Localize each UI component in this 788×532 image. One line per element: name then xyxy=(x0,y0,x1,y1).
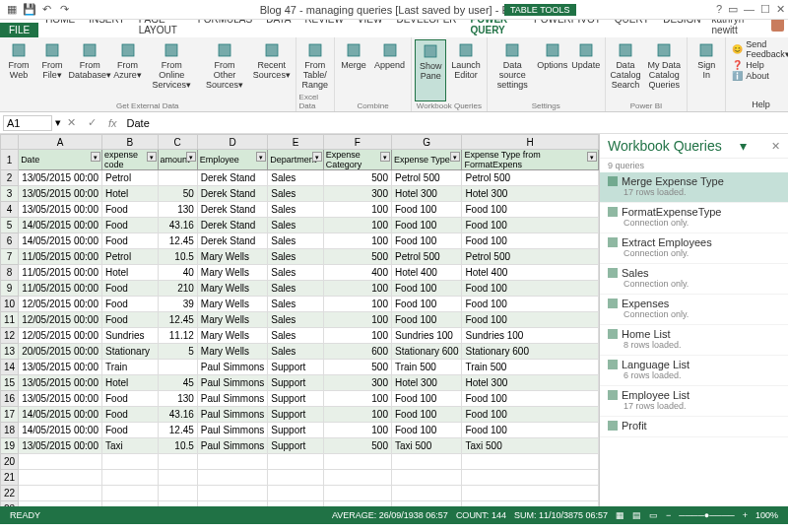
cell[interactable]: Food 100 xyxy=(462,407,599,423)
row-header-14[interactable]: 14 xyxy=(1,360,19,375)
cell[interactable]: Derek Stand xyxy=(197,186,267,202)
cell[interactable]: Petrol 500 xyxy=(391,170,462,186)
col-header-H[interactable]: H xyxy=(462,135,599,150)
cell[interactable]: Food xyxy=(101,218,158,233)
cell[interactable]: Petrol 500 xyxy=(462,170,599,186)
col-header-B[interactable]: B xyxy=(101,135,158,150)
cell[interactable]: Paul Simmons xyxy=(197,407,267,423)
cell[interactable]: Derek Stand xyxy=(197,233,267,249)
cell[interactable]: Food 100 xyxy=(462,423,599,438)
table-header[interactable]: Employee▾ xyxy=(197,150,267,170)
filter-dropdown-icon[interactable]: ▾ xyxy=(312,152,322,162)
cell[interactable]: Food xyxy=(101,233,158,249)
cell[interactable]: Petrol xyxy=(101,170,158,186)
cell[interactable]: Food 100 xyxy=(391,281,462,297)
cell[interactable]: Paul Simmons xyxy=(197,375,267,391)
cancel-icon[interactable]: ✕ xyxy=(61,116,82,129)
cell[interactable]: 14/05/2015 00:00 xyxy=(19,218,102,233)
view-normal-icon[interactable]: ▦ xyxy=(616,510,624,520)
cell[interactable]: Food xyxy=(101,391,158,407)
query-item-sales[interactable]: SalesConnection only. xyxy=(600,264,788,295)
cell[interactable]: 10.5 xyxy=(158,249,197,265)
cell[interactable]: 100 xyxy=(323,328,391,344)
query-item-merge-expense-type[interactable]: Merge Expense Type17 rows loaded. xyxy=(600,172,788,203)
query-item-home-list[interactable]: Home List8 rows loaded. xyxy=(600,325,788,356)
cell[interactable]: Train xyxy=(101,360,158,375)
cell[interactable]: 45 xyxy=(158,375,197,391)
cell[interactable]: 300 xyxy=(323,186,391,202)
from-web-button[interactable]: From Web xyxy=(3,39,34,101)
row-header-1[interactable]: 1 xyxy=(1,150,19,170)
cell[interactable]: 100 xyxy=(323,281,391,297)
col-header-D[interactable]: D xyxy=(197,135,267,150)
cell[interactable]: Food xyxy=(101,423,158,438)
cell[interactable]: 100 xyxy=(323,218,391,233)
cell[interactable]: Stationary xyxy=(101,344,158,360)
cell[interactable]: 11/05/2015 00:00 xyxy=(19,265,102,281)
query-item-profit[interactable]: Profit xyxy=(600,417,788,437)
cell[interactable]: 100 xyxy=(323,391,391,407)
cell[interactable]: Sales xyxy=(268,297,324,312)
cell[interactable]: Support xyxy=(268,423,324,438)
cell[interactable]: Support xyxy=(268,407,324,423)
query-item-employee-list[interactable]: Employee List17 rows loaded. xyxy=(600,386,788,417)
cell[interactable]: 100 xyxy=(323,312,391,328)
cell[interactable]: Stationary 600 xyxy=(391,344,462,360)
cell[interactable]: Paul Simmons xyxy=(197,391,267,407)
cell[interactable]: 500 xyxy=(323,438,391,454)
cell[interactable]: 100 xyxy=(323,297,391,312)
ribbon-display-icon[interactable]: ▭ xyxy=(728,3,738,16)
cell[interactable]: Food xyxy=(101,407,158,423)
cell[interactable]: Paul Simmons xyxy=(197,360,267,375)
filter-dropdown-icon[interactable]: ▾ xyxy=(450,152,460,162)
col-header-E[interactable]: E xyxy=(268,135,324,150)
row-header-23[interactable]: 23 xyxy=(1,501,19,507)
from-file-button[interactable]: From File▾ xyxy=(36,39,68,101)
row-header-4[interactable]: 4 xyxy=(1,202,19,218)
cell[interactable]: Sales xyxy=(268,186,324,202)
cell[interactable]: Sales xyxy=(268,312,324,328)
query-item-expenses[interactable]: ExpensesConnection only. xyxy=(600,295,788,325)
cell[interactable]: Mary Wells xyxy=(197,297,267,312)
filter-dropdown-icon[interactable]: ▾ xyxy=(380,152,390,162)
sign-in-button[interactable]: Sign In xyxy=(690,39,722,101)
cell[interactable]: Hotel xyxy=(101,265,158,281)
query-item-formatexpensetype[interactable]: FormatExpenseTypeConnection only. xyxy=(600,203,788,233)
show-pane-button[interactable]: Show Pane xyxy=(415,39,446,101)
cell[interactable]: 100 xyxy=(323,202,391,218)
cell[interactable]: Support xyxy=(268,391,324,407)
cell[interactable]: 13/05/2015 00:00 xyxy=(19,170,102,186)
cell[interactable]: Food 100 xyxy=(391,391,462,407)
row-header-16[interactable]: 16 xyxy=(1,391,19,407)
cell[interactable]: 13/05/2015 00:00 xyxy=(19,375,102,391)
cell[interactable]: Sales xyxy=(268,202,324,218)
col-header-A[interactable]: A xyxy=(19,135,102,150)
cell[interactable]: Derek Stand xyxy=(197,170,267,186)
cell[interactable]: Food 100 xyxy=(391,297,462,312)
from-azure-button[interactable]: From Azure▾ xyxy=(111,39,143,101)
cell[interactable]: Hotel 300 xyxy=(391,375,462,391)
cell[interactable]: Train 500 xyxy=(462,360,599,375)
fx-icon[interactable]: fx xyxy=(102,117,123,129)
cell[interactable]: 100 xyxy=(323,423,391,438)
cell[interactable]: Sundries xyxy=(101,328,158,344)
cell[interactable]: Hotel 300 xyxy=(391,186,462,202)
cell[interactable]: Hotel xyxy=(101,375,158,391)
enter-icon[interactable]: ✓ xyxy=(82,116,102,129)
cell[interactable]: Paul Simmons xyxy=(197,438,267,454)
cell[interactable]: 10.5 xyxy=(158,438,197,454)
cell[interactable]: 14/05/2015 00:00 xyxy=(19,423,102,438)
cell[interactable]: Support xyxy=(268,375,324,391)
zoom-level[interactable]: 100% xyxy=(755,510,778,520)
row-header-19[interactable]: 19 xyxy=(1,438,19,454)
from-table-range-button[interactable]: From Table/ Range xyxy=(299,39,332,93)
cell[interactable]: Mary Wells xyxy=(197,344,267,360)
row-header-2[interactable]: 2 xyxy=(1,170,19,186)
cell[interactable]: Mary Wells xyxy=(197,249,267,265)
filter-dropdown-icon[interactable]: ▾ xyxy=(587,152,597,162)
save-icon[interactable]: 💾 xyxy=(22,2,36,17)
cell[interactable]: Sundries 100 xyxy=(391,328,462,344)
close-pane-icon[interactable]: ✕ xyxy=(771,140,780,153)
cell[interactable]: Food 100 xyxy=(391,218,462,233)
row-header-17[interactable]: 17 xyxy=(1,407,19,423)
